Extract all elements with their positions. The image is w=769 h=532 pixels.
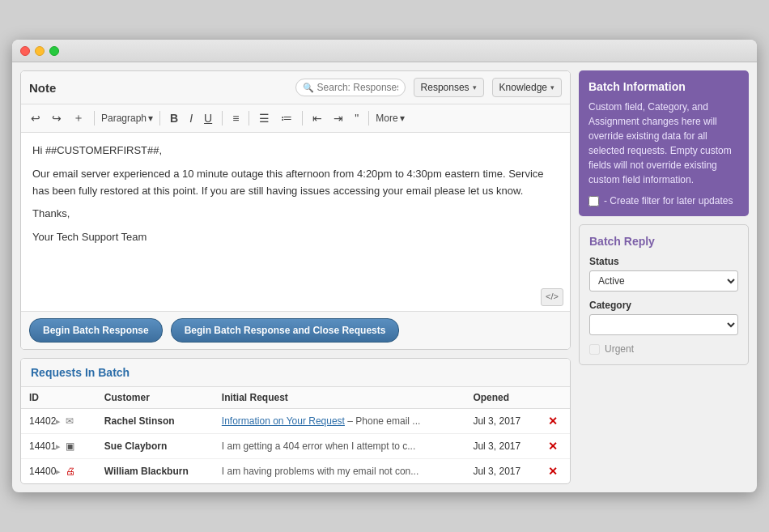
urgent-checkbox[interactable] — [589, 344, 600, 355]
batch-info-title: Batch Information — [588, 80, 739, 93]
separator — [159, 111, 160, 126]
editor-area[interactable]: Hi ##CUSTOMERFIRST##, Our email server e… — [21, 133, 570, 311]
batch-info-box: Batch Information Custom field, Category… — [579, 70, 749, 216]
urgent-row: Urgent — [589, 343, 738, 355]
unordered-list-button[interactable]: ☰ — [256, 110, 273, 126]
cell-opened: Jul 3, 2017 — [465, 434, 539, 459]
redo-button[interactable]: ↪ — [49, 110, 65, 126]
filter-label: - Create filter for later updates — [604, 195, 733, 206]
col-opened: Opened — [465, 387, 539, 409]
delete-button[interactable]: ✕ — [548, 440, 558, 453]
batch-reply-box: Batch Reply Status Active Pending Closed… — [579, 224, 749, 365]
cell-customer: Rachel Stinson — [96, 409, 214, 434]
traffic-lights — [20, 46, 59, 56]
expand-icon: ▸ — [56, 441, 61, 451]
create-filter-checkbox[interactable] — [588, 196, 599, 206]
paragraph-dropdown[interactable]: Paragraph ▾ — [101, 113, 153, 124]
category-group: Category — [589, 300, 738, 335]
col-id: ID — [21, 387, 96, 409]
search-box[interactable]: 🔍 — [295, 79, 406, 96]
chevron-down-icon: ▾ — [550, 83, 554, 92]
cell-id: 14401▸▣ — [21, 434, 96, 459]
editor-line-body: Our email server experienced a 10 minute… — [32, 166, 559, 200]
table-row: 14401▸▣Sue ClaybornI am getting a 404 er… — [21, 434, 570, 459]
delete-button[interactable]: ✕ — [548, 465, 558, 478]
separator — [368, 111, 369, 126]
requests-header: Requests In Batch — [21, 359, 570, 387]
status-group: Status Active Pending Closed Resolved — [589, 256, 738, 292]
note-section: Note 🔍 Responses ▾ Knowledge ▾ — [20, 70, 571, 350]
fax-icon: 🖨 — [66, 466, 75, 477]
col-request: Initial Request — [214, 387, 465, 409]
delete-button[interactable]: ✕ — [548, 415, 558, 428]
left-panel: Note 🔍 Responses ▾ Knowledge ▾ — [20, 70, 571, 484]
batch-reply-title: Batch Reply — [589, 235, 738, 248]
align-button[interactable]: ≡ — [229, 110, 242, 126]
requests-section: Requests In Batch ID Customer Initial Re… — [20, 358, 571, 484]
separator — [94, 111, 95, 126]
col-customer: Customer — [96, 387, 214, 409]
underline-button[interactable]: U — [201, 110, 215, 126]
separator — [249, 111, 249, 126]
indent-left-button[interactable]: ⇤ — [309, 110, 325, 126]
chevron-down-icon: ▾ — [148, 113, 153, 124]
status-select[interactable]: Active Pending Closed Resolved — [589, 270, 738, 292]
note-title: Note — [29, 81, 56, 95]
titlebar — [12, 40, 757, 62]
batch-info-description: Custom field, Category, and Assignment c… — [588, 100, 739, 187]
cell-customer: William Blackburn — [96, 459, 214, 484]
editor-line-signature: Your Tech Support Team — [32, 229, 559, 246]
col-action — [540, 387, 570, 409]
responses-dropdown[interactable]: Responses ▾ — [414, 78, 484, 97]
add-button[interactable]: ＋ — [70, 109, 87, 127]
cell-delete: ✕ — [540, 434, 570, 459]
cell-delete: ✕ — [540, 459, 570, 484]
cell-id: 14400▸🖨 — [21, 459, 96, 484]
cell-request: I am having problems with my email not c… — [214, 459, 465, 484]
main-window: Note 🔍 Responses ▾ Knowledge ▾ — [12, 40, 757, 492]
requests-title: Requests In Batch — [31, 366, 130, 379]
urgent-label: Urgent — [605, 343, 634, 355]
italic-button[interactable]: I — [186, 110, 196, 126]
table-row: 14402▸✉Rachel StinsonInformation on Your… — [21, 409, 570, 434]
cell-request: Information on Your Request – Phone emai… — [214, 409, 465, 434]
batch-info-filter: - Create filter for later updates — [588, 195, 739, 206]
quote-button[interactable]: " — [351, 110, 362, 126]
begin-batch-response-close-button[interactable]: Begin Batch Response and Close Requests — [171, 318, 400, 343]
editor-line-thanks: Thanks, — [32, 206, 559, 223]
knowledge-dropdown[interactable]: Knowledge ▾ — [492, 78, 562, 97]
table-row: 14400▸🖨William BlackburnI am having prob… — [21, 459, 570, 484]
request-link[interactable]: Information on Your Request — [222, 415, 345, 427]
editor-toolbar: ↩ ↪ ＋ Paragraph ▾ B I U ≡ ☰ ≔ — [21, 104, 570, 133]
indent-right-button[interactable]: ⇥ — [330, 110, 346, 126]
expand-icon: ▸ — [56, 466, 61, 476]
chevron-down-icon: ▾ — [473, 83, 477, 92]
expand-icon: ▸ — [56, 416, 61, 426]
more-dropdown[interactable]: More ▾ — [376, 113, 404, 124]
search-input[interactable] — [317, 82, 398, 93]
separator — [302, 111, 303, 126]
close-button[interactable] — [20, 46, 30, 56]
right-panel: Batch Information Custom field, Category… — [579, 70, 749, 484]
begin-batch-response-button[interactable]: Begin Batch Response — [29, 318, 163, 343]
search-icon: 🔍 — [303, 83, 314, 93]
maximize-button[interactable] — [49, 46, 59, 56]
category-label: Category — [589, 300, 738, 311]
minimize-button[interactable] — [35, 46, 45, 56]
email-icon: ✉ — [66, 415, 74, 427]
status-label: Status — [589, 256, 738, 267]
note-header: Note 🔍 Responses ▾ Knowledge ▾ — [21, 71, 570, 104]
chevron-down-icon: ▾ — [400, 113, 405, 124]
mobile-icon: ▣ — [66, 440, 74, 452]
cell-opened: Jul 3, 2017 — [465, 409, 539, 434]
cell-id: 14402▸✉ — [21, 409, 96, 434]
code-toggle-button[interactable]: </> — [541, 288, 563, 306]
requests-table: ID Customer Initial Request Opened 14402… — [21, 387, 570, 483]
category-select[interactable] — [589, 314, 738, 335]
editor-line-greeting: Hi ##CUSTOMERFIRST##, — [32, 143, 559, 160]
ordered-list-button[interactable]: ≔ — [278, 110, 295, 126]
cell-customer: Sue Clayborn — [96, 434, 214, 459]
cell-opened: Jul 3, 2017 — [465, 459, 539, 484]
undo-button[interactable]: ↩ — [28, 110, 44, 126]
bold-button[interactable]: B — [167, 110, 181, 126]
